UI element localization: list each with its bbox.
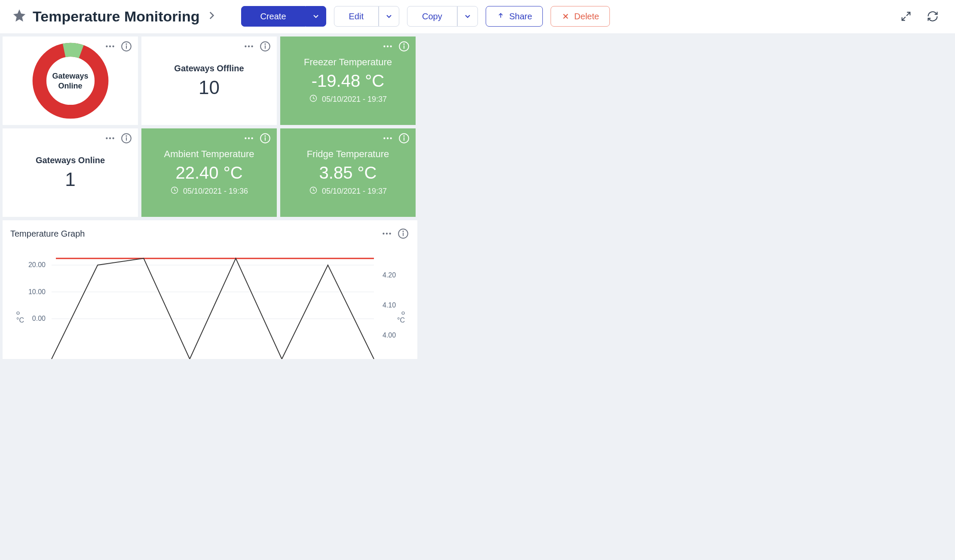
svg-text:0.00: 0.00 — [32, 315, 46, 322]
clock-icon — [309, 186, 318, 197]
svg-point-14 — [251, 46, 253, 47]
more-icon[interactable] — [381, 228, 392, 241]
metric-timestamp: 05/10/2021 - 19:37 — [309, 186, 387, 197]
svg-point-39 — [387, 137, 389, 139]
svg-point-25 — [106, 137, 107, 139]
more-icon[interactable] — [243, 41, 254, 54]
create-button[interactable]: Create — [241, 6, 306, 27]
copy-dropdown[interactable] — [457, 6, 478, 27]
svg-point-36 — [265, 136, 265, 136]
more-icon[interactable] — [104, 133, 116, 146]
chart-area: 20.0010.000.00°C4.204.104.00°C — [9, 247, 411, 359]
svg-point-46 — [386, 233, 388, 234]
svg-point-43 — [404, 136, 404, 136]
metric-label: Freezer Temperature — [304, 57, 392, 68]
chart-title: Temperature Graph — [9, 229, 411, 239]
more-icon[interactable] — [243, 133, 254, 146]
svg-point-38 — [383, 137, 385, 139]
svg-line-2 — [906, 12, 910, 16]
header-bar: Temperature Monitoring Create Edit Copy — [0, 0, 955, 34]
freezer-temperature-card: Freezer Temperature -19.48 °C 05/10/2021… — [280, 37, 416, 125]
metric-label: Ambient Temperature — [164, 149, 254, 160]
fridge-temperature-card: Fridge Temperature 3.85 °C 05/10/2021 - … — [280, 128, 416, 217]
svg-text:4.00: 4.00 — [383, 332, 396, 339]
info-icon[interactable] — [398, 228, 409, 241]
svg-point-13 — [248, 46, 250, 47]
metric-timestamp: 05/10/2021 - 19:36 — [170, 186, 248, 197]
metric-label: Fridge Temperature — [307, 149, 389, 160]
svg-point-58 — [17, 312, 19, 314]
line-chart: 20.0010.000.00°C4.204.104.00°C — [9, 247, 413, 359]
svg-point-31 — [245, 137, 246, 139]
svg-point-40 — [390, 137, 392, 139]
svg-point-19 — [387, 46, 389, 47]
spacer — [419, 37, 952, 125]
edit-button[interactable]: Edit — [334, 6, 379, 27]
svg-text:10.00: 10.00 — [28, 288, 46, 295]
dashboard-content: GatewaysOnline Gateways Offline 10 Freez… — [0, 34, 955, 560]
refresh-icon[interactable] — [927, 10, 939, 22]
chevron-right-icon[interactable] — [206, 10, 217, 23]
svg-text:°C: °C — [397, 317, 405, 324]
info-icon[interactable] — [398, 133, 410, 146]
svg-point-45 — [383, 233, 384, 234]
copy-split-button: Copy — [407, 6, 478, 27]
svg-point-23 — [404, 44, 404, 44]
metric-value: 1 — [65, 169, 75, 190]
edit-dropdown[interactable] — [379, 6, 399, 27]
svg-point-33 — [251, 137, 253, 139]
metric-label: Gateways Online — [36, 155, 105, 165]
delete-button[interactable]: Delete — [551, 6, 610, 27]
gateways-donut-card: GatewaysOnline — [3, 37, 138, 125]
clock-icon — [309, 94, 318, 105]
expand-icon[interactable] — [900, 10, 912, 22]
svg-point-30 — [126, 136, 126, 136]
card-row-2: Gateways Online 1 Ambient Temperature 22… — [3, 128, 952, 217]
temperature-graph-card: Temperature Graph 20.0010.000.00°C4.204.… — [3, 220, 417, 359]
clock-icon — [170, 186, 179, 197]
info-icon[interactable] — [260, 41, 271, 54]
close-icon — [561, 12, 570, 21]
header-right-actions — [900, 10, 943, 22]
svg-text:°C: °C — [16, 317, 24, 324]
svg-point-18 — [383, 46, 385, 47]
delete-label: Delete — [574, 12, 599, 21]
more-icon[interactable] — [382, 41, 393, 54]
gateways-online-card: Gateways Online 1 — [3, 128, 138, 217]
svg-point-17 — [265, 44, 265, 44]
svg-point-63 — [402, 312, 404, 314]
info-icon[interactable] — [398, 41, 410, 54]
star-icon[interactable] — [12, 8, 27, 24]
metric-value: -19.48 °C — [312, 71, 384, 91]
ambient-temperature-card: Ambient Temperature 22.40 °C 05/10/2021 … — [141, 128, 277, 217]
edit-split-button: Edit — [334, 6, 399, 27]
gateways-offline-card: Gateways Offline 10 — [141, 37, 277, 125]
donut-center-label: GatewaysOnline — [52, 71, 88, 91]
more-icon[interactable] — [382, 133, 393, 146]
page-title: Temperature Monitoring — [33, 8, 200, 25]
copy-button[interactable]: Copy — [407, 6, 457, 27]
svg-point-20 — [390, 46, 392, 47]
metric-label: Gateways Offline — [174, 64, 244, 73]
svg-point-32 — [248, 137, 250, 139]
info-icon[interactable] — [121, 133, 132, 146]
metric-value: 22.40 °C — [175, 163, 242, 183]
card-row-1: GatewaysOnline Gateways Offline 10 Freez… — [3, 37, 952, 125]
svg-point-27 — [112, 137, 114, 139]
create-dropdown[interactable] — [306, 6, 326, 27]
svg-text:20.00: 20.00 — [28, 261, 46, 268]
metric-timestamp: 05/10/2021 - 19:37 — [309, 94, 387, 105]
svg-point-26 — [109, 137, 111, 139]
share-button[interactable]: Share — [486, 6, 543, 27]
svg-point-47 — [389, 233, 391, 234]
svg-line-3 — [902, 17, 906, 20]
svg-text:4.10: 4.10 — [383, 301, 396, 309]
title-block: Temperature Monitoring — [12, 8, 217, 25]
create-split-button: Create — [241, 6, 326, 27]
toolbar-buttons: Create Edit Copy Share — [241, 6, 610, 27]
share-label: Share — [509, 12, 532, 21]
share-icon — [496, 12, 505, 21]
metric-value: 10 — [199, 77, 220, 98]
svg-point-12 — [245, 46, 246, 47]
info-icon[interactable] — [260, 133, 271, 146]
